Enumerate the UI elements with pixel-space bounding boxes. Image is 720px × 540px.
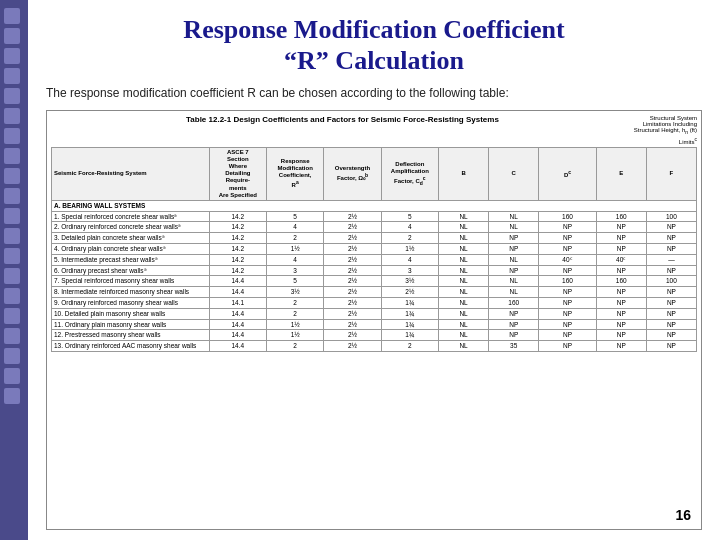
sidebar-decoration (4, 88, 20, 104)
table-row: 12. Prestressed masonry shear walls14.41… (52, 330, 697, 341)
table-title: Table 12.2-1 Design Coefficients and Fac… (51, 115, 634, 124)
cell-R: 1½ (267, 319, 324, 330)
cell-name: 12. Prestressed masonry shear walls (52, 330, 210, 341)
cell-R: 5 (267, 276, 324, 287)
cell-Cd: 1¾ (381, 308, 438, 319)
cell-name: 8. Intermediate reinforced masonry shear… (52, 287, 210, 298)
cell-omega: 2½ (324, 222, 381, 233)
col-header-omega: OverstengthFactor, Ω₀b (324, 147, 381, 200)
table-row: 2. Ordinary reinforced concrete shear wa… (52, 222, 697, 233)
cell-D: NP (539, 244, 596, 255)
cell-E: NP (596, 265, 646, 276)
cell-C: NP (489, 265, 539, 276)
cell-R: 2 (267, 308, 324, 319)
cell-omega: 2½ (324, 319, 381, 330)
cell-D: 160 (539, 276, 596, 287)
cell-section: 14.4 (209, 319, 266, 330)
cell-B: NL (438, 341, 488, 352)
cell-C: NP (489, 244, 539, 255)
cell-Cd: 1¾ (381, 298, 438, 309)
cell-Cd: 2 (381, 341, 438, 352)
sidebar-decoration (4, 108, 20, 124)
table-row: 11. Ordinary plain masonry shear walls14… (52, 319, 697, 330)
table-body: A. BEARING WALL SYSTEMS1. Special reinfo… (52, 200, 697, 351)
col-header-B: B (438, 147, 488, 200)
cell-name: 6. Ordinary precast shear wallsᵃ (52, 265, 210, 276)
cell-F: 100 (646, 276, 696, 287)
col-header-section: ASCE 7SectionWhereDetailingRequire-ments… (209, 147, 266, 200)
table-row: 1. Special reinforced concrete shear wal… (52, 211, 697, 222)
sidebar-decoration (4, 228, 20, 244)
cell-D: NP (539, 233, 596, 244)
col-header-system: Seismic Force-Resisting System (52, 147, 210, 200)
data-table: Seismic Force-Resisting System ASCE 7Sec… (51, 147, 697, 352)
page-number: 16 (675, 507, 691, 523)
cell-R: 1½ (267, 330, 324, 341)
title-area: Response Modification Coefficient “R” Ca… (46, 14, 702, 76)
cell-section: 14.2 (209, 222, 266, 233)
cell-section: 14.4 (209, 287, 266, 298)
cell-Cd: 2 (381, 233, 438, 244)
cell-D: 160 (539, 211, 596, 222)
cell-C: NP (489, 330, 539, 341)
cell-omega: 2½ (324, 298, 381, 309)
cell-D: NP (539, 330, 596, 341)
cell-E: NP (596, 308, 646, 319)
cell-Cd: 1¾ (381, 319, 438, 330)
table-container: Table 12.2-1 Design Coefficients and Fac… (46, 110, 702, 530)
cell-F: NP (646, 222, 696, 233)
sidebar-decoration (4, 268, 20, 284)
cell-C: NL (489, 254, 539, 265)
cell-C: NP (489, 319, 539, 330)
cell-omega: 2½ (324, 244, 381, 255)
cell-F: NP (646, 298, 696, 309)
cell-Cd: 3½ (381, 276, 438, 287)
cell-section: 14.4 (209, 308, 266, 319)
cell-B: NL (438, 254, 488, 265)
cell-E: 160 (596, 276, 646, 287)
cell-B: NL (438, 244, 488, 255)
cell-R: 5 (267, 211, 324, 222)
cell-R: 2 (267, 341, 324, 352)
cell-C: 35 (489, 341, 539, 352)
cell-omega: 2½ (324, 330, 381, 341)
cell-C: 160 (489, 298, 539, 309)
table-row: 10. Detailed plain masonry shear walls14… (52, 308, 697, 319)
table-top-right: Structural System Limitations Including … (634, 115, 697, 144)
col-header-D: Dc (539, 147, 596, 200)
table-row: 5. Intermediate precast shear wallsᵃ14.2… (52, 254, 697, 265)
cell-D: NP (539, 287, 596, 298)
cell-name: 5. Intermediate precast shear wallsᵃ (52, 254, 210, 265)
cell-F: NP (646, 308, 696, 319)
cell-R: 2 (267, 298, 324, 309)
sidebar-decoration (4, 248, 20, 264)
subtitle-text: The response modification coefficient R … (46, 84, 702, 102)
cell-Cd: 3 (381, 265, 438, 276)
cell-E: 40ᶜ (596, 254, 646, 265)
sidebar-decoration (4, 28, 20, 44)
cell-R: 3 (267, 265, 324, 276)
cell-Cd: 4 (381, 222, 438, 233)
cell-F: NP (646, 341, 696, 352)
cell-E: NP (596, 287, 646, 298)
cell-Cd: 4 (381, 254, 438, 265)
cell-omega: 2½ (324, 341, 381, 352)
cell-omega: 2½ (324, 265, 381, 276)
cell-omega: 2½ (324, 287, 381, 298)
cell-B: NL (438, 211, 488, 222)
sidebar-decoration (4, 148, 20, 164)
sidebar-decoration (4, 48, 20, 64)
cell-section: 14.2 (209, 244, 266, 255)
cell-omega: 2½ (324, 254, 381, 265)
cell-R: 3½ (267, 287, 324, 298)
col-header-F: F (646, 147, 696, 200)
cell-B: NL (438, 222, 488, 233)
table-row: 7. Special reinforced masonry shear wall… (52, 276, 697, 287)
sidebar-decoration (4, 388, 20, 404)
cell-section: 14.2 (209, 265, 266, 276)
table-wrapper: Table 12.2-1 Design Coefficients and Fac… (47, 111, 701, 529)
cell-section: 14.4 (209, 276, 266, 287)
cell-D: NP (539, 341, 596, 352)
cell-E: NP (596, 222, 646, 233)
cell-omega: 2½ (324, 276, 381, 287)
